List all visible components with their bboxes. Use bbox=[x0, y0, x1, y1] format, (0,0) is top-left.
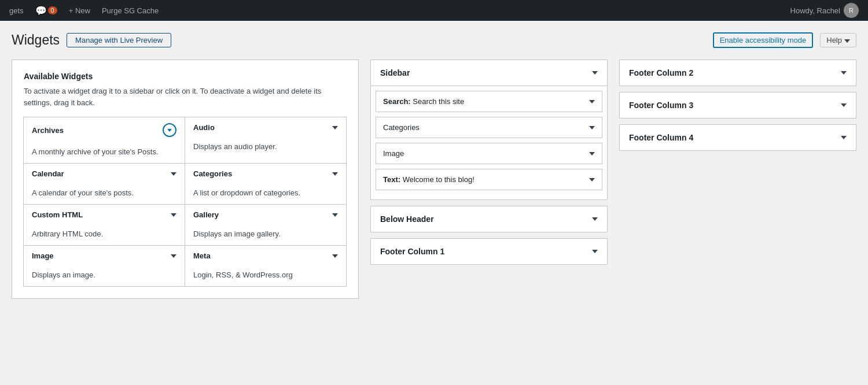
widget-custom-html-chevron-icon bbox=[171, 213, 176, 217]
widget-audio-header[interactable]: Audio bbox=[185, 117, 346, 138]
sidebar-panel: Sidebar Search: Search this site bbox=[370, 60, 608, 200]
sidebar-widget-search-chevron-icon bbox=[589, 100, 595, 103]
page-header: Widgets Manage with Live Preview Enable … bbox=[12, 32, 856, 48]
footer-col3-title: Footer Column 3 bbox=[629, 101, 693, 110]
admin-bar: gets 💬 0 + New Purge SG Cache Howdy, Rac… bbox=[0, 0, 868, 21]
widget-archives-label: Archives bbox=[32, 126, 64, 135]
comment-count: 0 bbox=[48, 6, 57, 14]
widget-custom-html-header[interactable]: Custom HTML bbox=[24, 205, 185, 225]
footer-col2-title: Footer Column 2 bbox=[629, 68, 693, 77]
right-footer-col: Footer Column 2 Footer Column 3 bbox=[619, 60, 856, 151]
widget-audio-label: Audio bbox=[193, 123, 215, 132]
available-widgets-description: To activate a widget drag it to a sideba… bbox=[24, 86, 347, 108]
widget-archives-header[interactable]: Archives bbox=[24, 117, 185, 143]
widget-image-header[interactable]: Image bbox=[24, 246, 185, 266]
widget-categories: Categories A list or dropdown of categor… bbox=[185, 163, 347, 205]
sidebar-widget-text: Text: Welcome to this blog! bbox=[376, 169, 602, 190]
widget-calendar-desc: A calendar of your site's posts. bbox=[24, 184, 185, 204]
widget-archives-toggle[interactable] bbox=[163, 123, 176, 137]
widget-meta-chevron-icon bbox=[332, 254, 338, 258]
widget-calendar: Calendar A calendar of your site's posts… bbox=[23, 163, 185, 205]
footer-col2-panel-header[interactable]: Footer Column 2 bbox=[620, 60, 856, 86]
adminbar-right: Howdy, Rachel R bbox=[786, 3, 863, 18]
widget-custom-html: Custom HTML Arbitrary HTML code. bbox=[23, 204, 185, 246]
page-header-left: Widgets Manage with Live Preview bbox=[12, 32, 171, 48]
sidebar-widget-categories-chevron-icon bbox=[589, 126, 595, 129]
adminbar-new[interactable]: + New bbox=[64, 0, 95, 21]
adminbar-left: gets 💬 0 + New Purge SG Cache bbox=[5, 0, 163, 21]
below-header-title: Below Header bbox=[380, 214, 434, 224]
below-header-panel: Below Header bbox=[370, 206, 608, 232]
widget-calendar-chevron-icon bbox=[171, 172, 176, 176]
widget-audio-chevron-icon bbox=[332, 126, 338, 129]
sidebar-widget-text-header[interactable]: Text: Welcome to this blog! bbox=[376, 169, 602, 190]
widget-archives-desc: A monthly archive of your site's Posts. bbox=[24, 143, 185, 163]
chevron-down-icon bbox=[844, 36, 850, 45]
avatar: R bbox=[844, 3, 859, 18]
available-widgets-panel: Available Widgets To activate a widget d… bbox=[12, 60, 359, 299]
page-header-right: Enable accessibility mode Help bbox=[713, 32, 856, 48]
widget-gallery: Gallery Displays an image gallery. bbox=[185, 204, 347, 246]
sidebar-widget-image-header[interactable]: Image bbox=[376, 143, 602, 164]
help-button[interactable]: Help bbox=[820, 33, 856, 47]
below-header-panel-header[interactable]: Below Header bbox=[371, 206, 607, 232]
footer-col4-panel: Footer Column 4 bbox=[619, 124, 856, 151]
sidebar-widget-search-header[interactable]: Search: Search this site bbox=[376, 91, 602, 112]
sidebar-widget-search: Search: Search this site bbox=[376, 91, 602, 112]
accessibility-mode-link[interactable]: Enable accessibility mode bbox=[713, 32, 814, 48]
adminbar-site-name[interactable]: gets bbox=[5, 0, 28, 21]
widget-audio: Audio Displays an audio player. bbox=[185, 117, 347, 164]
footer-col4-panel-header[interactable]: Footer Column 4 bbox=[620, 125, 856, 150]
sidebar-panel-header[interactable]: Sidebar bbox=[371, 60, 607, 86]
widget-audio-desc: Displays an audio player. bbox=[185, 138, 346, 158]
widget-calendar-header[interactable]: Calendar bbox=[24, 164, 185, 184]
footer-col4-chevron-icon bbox=[841, 136, 847, 139]
footer-col1-panel: Footer Column 1 bbox=[370, 238, 608, 265]
widget-custom-html-label: Custom HTML bbox=[32, 210, 83, 219]
below-header-chevron-icon bbox=[592, 217, 598, 221]
comment-icon: 💬 bbox=[35, 5, 47, 16]
widget-meta-label: Meta bbox=[193, 251, 211, 260]
sidebar-widget-text-label: Text: Welcome to this blog! bbox=[383, 175, 475, 184]
footer-col2-chevron-icon bbox=[841, 71, 847, 75]
sidebar-panel-title: Sidebar bbox=[380, 68, 410, 77]
sidebar-widget-image: Image bbox=[376, 143, 602, 164]
footer-col4-title: Footer Column 4 bbox=[629, 133, 693, 142]
widget-meta-header[interactable]: Meta bbox=[185, 246, 346, 266]
sidebar-columns: Sidebar Search: Search this site bbox=[370, 60, 856, 265]
footer-col3-panel-header[interactable]: Footer Column 3 bbox=[620, 92, 856, 118]
widget-categories-desc: A list or dropdown of categories. bbox=[185, 184, 346, 204]
footer-col2-panel: Footer Column 2 bbox=[619, 60, 856, 86]
sidebar-panel-chevron-icon bbox=[592, 71, 598, 75]
page-wrapper: Widgets Manage with Live Preview Enable … bbox=[0, 0, 868, 310]
widgets-main: Available Widgets To activate a widget d… bbox=[12, 60, 856, 299]
adminbar-user[interactable]: Howdy, Rachel R bbox=[786, 3, 863, 18]
widget-meta-desc: Login, RSS, & WordPress.org bbox=[185, 266, 346, 286]
widget-categories-header[interactable]: Categories bbox=[185, 164, 346, 184]
widget-gallery-header[interactable]: Gallery bbox=[185, 205, 346, 225]
sidebar-widget-categories: Categories bbox=[376, 117, 602, 138]
widget-categories-chevron-icon bbox=[332, 172, 338, 176]
sidebar-widget-categories-label: Categories bbox=[383, 123, 420, 132]
widget-calendar-label: Calendar bbox=[32, 169, 64, 178]
sidebar-widget-image-label: Image bbox=[383, 149, 404, 158]
available-widgets-title: Available Widgets bbox=[24, 72, 347, 81]
widget-categories-label: Categories bbox=[193, 169, 232, 178]
widget-image: Image Displays an image. bbox=[23, 245, 185, 287]
footer-col3-panel: Footer Column 3 bbox=[619, 92, 856, 119]
widget-grid: Archives A monthly archive of your site'… bbox=[24, 117, 347, 287]
manage-preview-button[interactable]: Manage with Live Preview bbox=[67, 33, 171, 47]
footer-col3-chevron-icon bbox=[841, 103, 847, 107]
footer-col1-chevron-icon bbox=[592, 250, 598, 253]
footer-col1-title: Footer Column 1 bbox=[380, 247, 444, 256]
widget-gallery-desc: Displays an image gallery. bbox=[185, 225, 346, 245]
widget-image-label: Image bbox=[32, 251, 54, 260]
widget-meta: Meta Login, RSS, & WordPress.org bbox=[185, 245, 347, 287]
sidebar-widget-text-chevron-icon bbox=[589, 178, 595, 182]
footer-col1-panel-header[interactable]: Footer Column 1 bbox=[371, 239, 607, 264]
adminbar-comments[interactable]: 💬 0 bbox=[31, 0, 62, 21]
sidebar-widget-categories-header[interactable]: Categories bbox=[376, 117, 602, 138]
sidebar-widget-search-label: Search: Search this site bbox=[383, 97, 464, 106]
widget-gallery-label: Gallery bbox=[193, 210, 219, 219]
adminbar-purge[interactable]: Purge SG Cache bbox=[97, 0, 163, 21]
